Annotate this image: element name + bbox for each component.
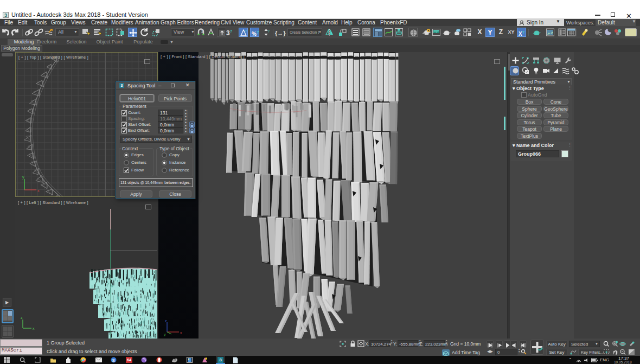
svg-text:z: z: [165, 319, 167, 323]
svg-text:S: S: [112, 358, 115, 363]
svg-text:z: z: [21, 316, 23, 320]
svg-text:y: y: [22, 175, 24, 180]
svg-text:?: ?: [245, 29, 247, 33]
svg-text:y: y: [164, 333, 166, 336]
svg-text:x: x: [180, 331, 182, 335]
svg-text:3: 3: [201, 29, 203, 33]
svg-text:x: x: [37, 189, 40, 193]
svg-text:?: ?: [267, 29, 270, 33]
svg-text:x: x: [33, 327, 35, 330]
